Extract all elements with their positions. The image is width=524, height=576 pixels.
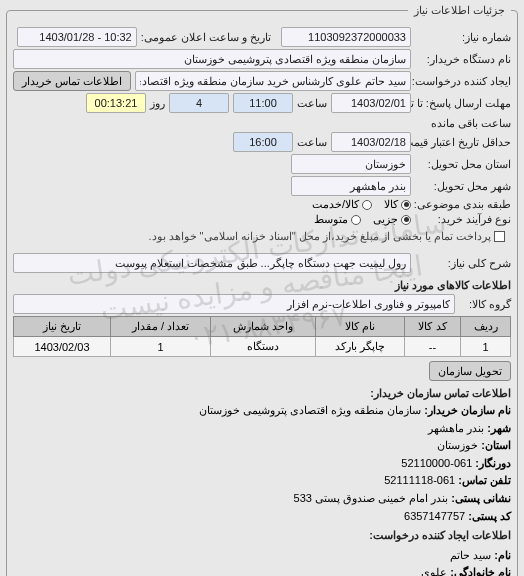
radio-partial-label: جزیی — [373, 213, 398, 226]
legend-main: جزئیات اطلاعات نیاز — [408, 4, 511, 17]
city-field[interactable] — [291, 176, 411, 196]
l-phone: تلفن تماس: — [458, 474, 511, 486]
radio-dot-icon — [401, 215, 411, 225]
answer-remain-field — [86, 93, 146, 113]
th-row: ردیف — [461, 317, 511, 337]
radio-kala[interactable]: کالا — [384, 198, 411, 211]
th-date: تاریخ نیاز — [14, 317, 111, 337]
l-org-name: نام سازمان خریدار: — [424, 404, 511, 416]
radio-dot-icon — [362, 200, 372, 210]
subject-type-radios: کالا کالا/خدمت — [312, 198, 411, 211]
label-saat-2: ساعت — [297, 136, 327, 149]
l-name: نام: — [494, 549, 511, 561]
table-header-row: ردیف کد کالا نام کالا واحد شمارش تعداد /… — [14, 317, 511, 337]
l-postcode: کد پستی: — [468, 510, 511, 522]
label-announce-time: تاریخ و ساعت اعلان عمومی: — [141, 31, 271, 44]
label-roz: روز — [150, 97, 165, 110]
cell-unit: دستگاه — [211, 337, 316, 357]
v-fax: 061-52110000 — [401, 457, 472, 469]
l-lname: نام خانوادگی: — [450, 566, 511, 576]
label-city: شهر محل تحویل: — [415, 180, 511, 193]
cell-row: 1 — [461, 337, 511, 357]
v-postal: بندر امام خمینی صندوق پستی 533 — [294, 492, 449, 504]
checkbox-icon — [494, 231, 505, 242]
cell-date: 1403/02/03 — [14, 337, 111, 357]
label-subject-type: طبقه بندی موضوعی: — [415, 198, 511, 211]
v-province: خوزستان — [437, 439, 478, 451]
radio-mid-label: متوسط — [314, 213, 348, 226]
label-remain: ساعت باقی مانده — [431, 117, 511, 130]
table-row[interactable]: 1 -- چاپگر بارکد دستگاه 1 1403/02/03 — [14, 337, 511, 357]
org-delivery-button[interactable]: تحویل سازمان — [429, 361, 511, 381]
province-field[interactable] — [291, 154, 411, 174]
contact-title: اطلاعات تماس سازمان خریدار: — [13, 387, 511, 400]
th-code: کد کالا — [404, 317, 460, 337]
radio-partial[interactable]: جزیی — [373, 213, 411, 226]
l-postal: نشانی پستی: — [451, 492, 511, 504]
label-saat-1: ساعت — [297, 97, 327, 110]
requester-title: اطلاعات ایجاد کننده درخواست: — [13, 527, 511, 545]
settlement-note: پرداخت تمام یا بخشی از مبلغ خرید،از محل … — [148, 230, 491, 243]
cell-code: -- — [404, 337, 460, 357]
items-title: اطلاعات کالاهای مورد نیاز — [13, 279, 511, 292]
cell-name: چاپگر بارکد — [315, 337, 404, 357]
label-need-desc: شرح کلی نیاز: — [415, 257, 511, 270]
need-no-field[interactable] — [281, 27, 411, 47]
need-details-fieldset: جزئیات اطلاعات نیاز شماره نیاز: تاریخ و … — [6, 4, 518, 576]
l-city: شهر: — [487, 422, 511, 434]
radio-mid[interactable]: متوسط — [314, 213, 361, 226]
items-table: ردیف کد کالا نام کالا واحد شمارش تعداد /… — [13, 316, 511, 357]
v-name: سید حاتم — [450, 549, 491, 561]
radio-kala-label: کالا — [384, 198, 398, 211]
label-buy-process: نوع فرآیند خرید: — [415, 213, 511, 226]
contact-buyer-button[interactable]: اطلاعات تماس خریدار — [13, 71, 131, 91]
radio-dot-icon — [351, 215, 361, 225]
label-requester: ایجاد کننده درخواست: — [415, 75, 511, 88]
l-province: استان: — [481, 439, 511, 451]
buyer-org-field[interactable] — [13, 49, 411, 69]
settlement-checkbox[interactable]: پرداخت تمام یا بخشی از مبلغ خرید،از محل … — [148, 230, 505, 243]
radio-khadamat-label: کالا/خدمت — [312, 198, 359, 211]
buy-process-radios: جزیی متوسط — [314, 213, 411, 226]
requester-field[interactable] — [135, 71, 411, 91]
label-validity: حداقل تاریخ اعتبار قیمت: تا تاریخ: — [415, 136, 511, 148]
label-buyer-org: نام دستگاه خریدار: — [415, 53, 511, 66]
radio-khadamat[interactable]: کالا/خدمت — [312, 198, 372, 211]
v-postcode: 6357147757 — [404, 510, 465, 522]
announce-time-field[interactable] — [17, 27, 137, 47]
validity-date-field[interactable] — [331, 132, 411, 152]
th-name: نام کالا — [315, 317, 404, 337]
group-field[interactable] — [13, 294, 455, 314]
th-unit: واحد شمارش — [211, 317, 316, 337]
label-province: استان محل تحویل: — [415, 158, 511, 171]
answer-time-field[interactable] — [233, 93, 293, 113]
answer-days-field[interactable] — [169, 93, 229, 113]
answer-date-field[interactable] — [331, 93, 411, 113]
v-phone: 061-52111118 — [384, 474, 455, 486]
label-answer-deadline: مهلت ارسال پاسخ: تا تاریخ: — [415, 97, 511, 109]
contact-block: نام سازمان خریدار: سازمان منطقه ویژه اقت… — [13, 402, 511, 576]
validity-time-field[interactable] — [233, 132, 293, 152]
cell-qty: 1 — [110, 337, 210, 357]
label-need-no: شماره نیاز: — [415, 31, 511, 44]
l-fax: دورنگار: — [475, 457, 511, 469]
radio-dot-icon — [401, 200, 411, 210]
label-group: گروه کالا: — [459, 298, 511, 311]
th-qty: تعداد / مقدار — [110, 317, 210, 337]
need-desc-field[interactable] — [13, 253, 411, 273]
v-lname: علوی — [421, 566, 447, 576]
v-city: بندر ماهشهر — [428, 422, 484, 434]
v-org-name: سازمان منطقه ویژه اقتصادی پتروشیمی خوزست… — [199, 404, 421, 416]
